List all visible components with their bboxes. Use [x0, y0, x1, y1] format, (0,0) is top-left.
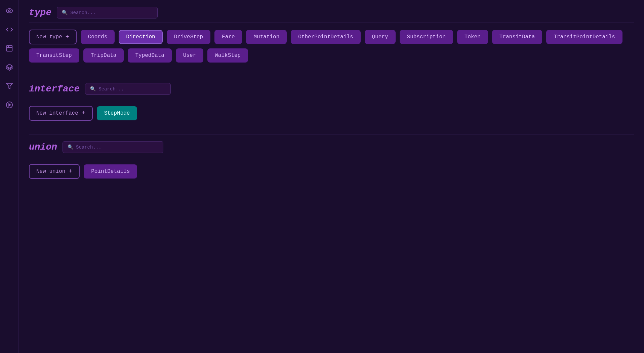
type-search-box[interactable]: 🔍 — [57, 7, 158, 18]
interface-tags-container: New interface + StepNode — [29, 106, 634, 121]
type-tag-coords[interactable]: Coords — [81, 30, 115, 44]
filter-icon[interactable] — [4, 81, 15, 91]
union-search-icon: 🔍 — [68, 144, 73, 150]
type-tag-direction[interactable]: Direction — [119, 30, 162, 44]
svg-rect-2 — [6, 46, 12, 51]
svg-point-0 — [6, 9, 12, 13]
type-tag-transitstep[interactable]: TransitStep — [29, 48, 79, 63]
type-tag-transitpointdetails[interactable]: TransitPointDetails — [546, 30, 622, 44]
type-tag-user[interactable]: User — [176, 48, 203, 63]
union-search-input[interactable] — [76, 145, 157, 150]
union-search-box[interactable]: 🔍 — [63, 141, 163, 153]
type-tag-drivestep[interactable]: DriveStep — [167, 30, 210, 44]
svg-marker-8 — [9, 104, 11, 106]
layers-icon[interactable] — [4, 62, 15, 73]
divider-1 — [29, 76, 634, 76]
type-tag-token[interactable]: Token — [457, 30, 488, 44]
divider-2 — [29, 134, 634, 134]
type-tag-tripdata[interactable]: TripData — [83, 48, 124, 63]
type-tag-subscription[interactable]: Subscription — [400, 30, 453, 44]
new-union-button[interactable]: New union + — [29, 164, 80, 179]
sidebar — [0, 0, 19, 353]
type-section-title: type — [29, 7, 51, 18]
interface-search-box[interactable]: 🔍 — [85, 83, 171, 95]
union-tags-container: New union + PointDetails — [29, 164, 634, 179]
type-tag-walkstep[interactable]: WalkStep — [207, 48, 248, 63]
new-type-plus-icon: + — [66, 34, 69, 40]
type-search-input[interactable] — [70, 10, 151, 15]
eye-icon[interactable] — [4, 5, 15, 16]
union-tag-pointdetails[interactable]: PointDetails — [84, 164, 137, 179]
type-tag-mutation[interactable]: Mutation — [246, 30, 287, 44]
type-section-header: type 🔍 — [29, 7, 634, 23]
svg-marker-6 — [6, 83, 12, 89]
union-section-title: union — [29, 142, 57, 152]
interface-section-title: interface — [29, 84, 80, 94]
union-section-header: union 🔍 — [29, 141, 634, 157]
new-union-plus-icon: + — [69, 168, 72, 175]
interface-section: interface 🔍 New interface + StepNode — [29, 83, 634, 121]
type-tag-transitdata[interactable]: TransitData — [492, 30, 542, 44]
union-section: union 🔍 New union + PointDetails — [29, 141, 634, 179]
main-content: type 🔍 New type + Coords Direction Drive… — [19, 0, 644, 353]
type-tag-fare[interactable]: Fare — [214, 30, 242, 44]
code-icon[interactable] — [4, 24, 15, 35]
play-icon[interactable] — [4, 100, 15, 110]
interface-search-input[interactable] — [98, 86, 166, 92]
interface-tag-stepnode[interactable]: StepNode — [97, 106, 137, 120]
type-search-icon: 🔍 — [62, 10, 68, 15]
new-type-button[interactable]: New type + — [29, 30, 77, 44]
type-section: type 🔍 New type + Coords Direction Drive… — [29, 7, 634, 63]
type-tag-typeddata[interactable]: TypedData — [128, 48, 171, 63]
new-interface-button[interactable]: New interface + — [29, 106, 93, 121]
type-tag-otherpointdetails[interactable]: OtherPointDetails — [291, 30, 360, 44]
interface-section-header: interface 🔍 — [29, 83, 634, 99]
frame-icon[interactable] — [4, 43, 15, 54]
interface-search-icon: 🔍 — [90, 86, 96, 92]
type-tag-query[interactable]: Query — [365, 30, 396, 44]
svg-point-1 — [8, 10, 10, 12]
new-interface-plus-icon: + — [82, 110, 85, 117]
type-tags-container: New type + Coords Direction DriveStep Fa… — [29, 30, 634, 63]
